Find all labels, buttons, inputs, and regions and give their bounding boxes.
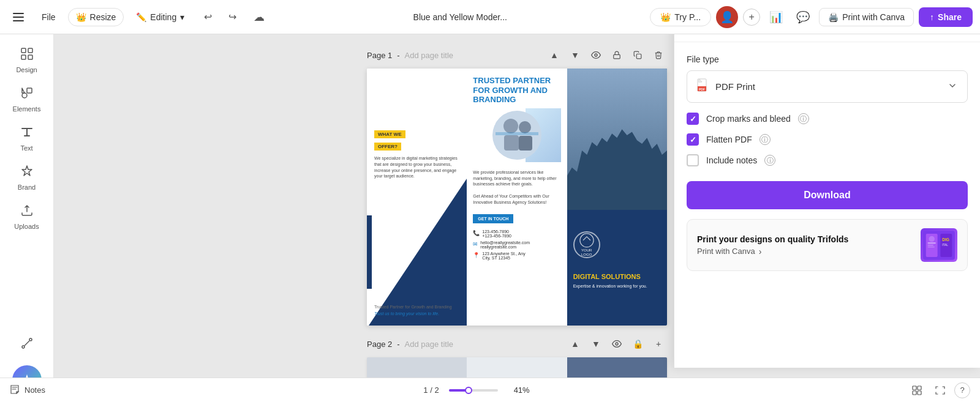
undo-redo-group: ↩ ↪ <box>197 6 243 28</box>
help-button[interactable]: ? <box>954 382 970 398</box>
notes-icon <box>10 384 20 396</box>
editing-button[interactable]: ✏️ Editing ▾ <box>129 9 192 26</box>
comments-button[interactable]: 💬 <box>792 6 814 28</box>
file-type-select-left: PDF PDF Print <box>697 78 755 95</box>
page-duplicate-button[interactable] <box>629 47 646 64</box>
page-2-controls: ▲ ▼ 🔒 + <box>567 335 667 352</box>
option-include-notes[interactable]: Include notes ⓘ <box>687 154 968 166</box>
file-type-label: File type <box>687 54 968 64</box>
page2-hide-button[interactable] <box>608 335 625 352</box>
svg-rect-32 <box>918 386 921 390</box>
navbar: File 👑 Resize ✏️ Editing ▾ ↩ ↪ ☁ 👑 Try P… <box>0 0 980 34</box>
crop-marks-checkbox[interactable] <box>687 113 699 125</box>
page-lock-button[interactable] <box>608 47 625 64</box>
file-type-select[interactable]: PDF PDF Print <box>687 70 968 103</box>
cloud-save-button[interactable]: ☁ <box>248 6 270 28</box>
svg-text:ITAL: ITAL <box>942 243 948 246</box>
fit-view-button[interactable] <box>931 381 949 400</box>
page-hide-button[interactable] <box>587 47 605 64</box>
panel-left-content: WHAT WE OFFER? We specialize in digital … <box>367 69 467 326</box>
panel-middle: TRUSTED PARTNER FOR GROWTH AND BRANDING <box>467 69 567 326</box>
bottom-right: ? <box>908 381 970 400</box>
hamburger-menu[interactable] <box>7 6 29 28</box>
sidebar-item-text[interactable]: Text <box>5 120 49 157</box>
share-icon: ↑ <box>930 12 934 22</box>
document-title[interactable] <box>380 12 540 22</box>
sidebar-item-connect[interactable] <box>5 331 49 358</box>
svg-point-28 <box>929 236 934 241</box>
zoom-slider[interactable] <box>449 389 498 392</box>
page-1-controls: ▲ ▼ <box>546 47 667 64</box>
download-panel: ‹ Download File type PDF PDF P <box>674 0 980 368</box>
sidebar-item-elements[interactable]: Elements <box>5 81 49 117</box>
mid-body: We provide professional services like ma… <box>467 165 567 210</box>
connect-icon <box>20 336 34 353</box>
svg-point-8 <box>595 54 597 56</box>
download-button[interactable]: Download <box>687 181 968 209</box>
resize-button[interactable]: 👑 Resize <box>68 8 124 26</box>
page2-down-button[interactable]: ▼ <box>587 335 605 352</box>
notes-label[interactable]: Notes <box>24 385 45 395</box>
download-body: File type PDF PDF Print <box>674 42 980 368</box>
page-2-add-title[interactable]: Add page title <box>405 340 454 349</box>
svg-point-4 <box>22 93 27 98</box>
page-1-add-title[interactable]: Add page title <box>405 51 454 60</box>
try-premium-button[interactable]: 👑 Try P... <box>650 8 711 26</box>
uploads-icon <box>20 203 34 220</box>
user-avatar[interactable]: 👤 <box>716 6 738 28</box>
page2-duplicate-button[interactable]: + <box>650 335 667 352</box>
page2-lock-button[interactable]: 🔒 <box>629 335 646 352</box>
undo-button[interactable]: ↩ <box>197 6 219 28</box>
panel-right: YOUR LOGO DIGITAL SOLUTIONS Expertise & … <box>567 69 667 326</box>
analytics-button[interactable]: 📊 <box>765 6 787 28</box>
pencil-icon: ✏️ <box>136 12 146 22</box>
flatten-pdf-info-icon[interactable]: ⓘ <box>760 134 771 145</box>
print-canva-text: Print your designs on quality Trifolds P… <box>697 234 913 256</box>
share-button[interactable]: ↑ Share <box>919 7 973 27</box>
print-canva-title: Print your designs on quality Trifolds <box>697 234 913 244</box>
pdf-file-icon: PDF <box>697 78 709 95</box>
include-notes-checkbox[interactable] <box>687 154 699 166</box>
add-collaborator-button[interactable]: + <box>743 9 760 26</box>
svg-rect-2 <box>21 55 26 59</box>
page2-up-button[interactable]: ▲ <box>567 335 584 352</box>
email-icon: ✉ <box>473 241 478 247</box>
svg-rect-13 <box>504 135 519 151</box>
svg-point-7 <box>29 338 32 341</box>
sidebar-label-brand: Brand <box>18 184 36 191</box>
sidebar-item-brand[interactable]: Brand <box>5 159 49 196</box>
svg-point-6 <box>22 346 24 348</box>
select-chevron-icon <box>948 81 957 92</box>
panel-right-content: YOUR LOGO DIGITAL SOLUTIONS Expertise & … <box>567 69 667 326</box>
option-flatten-pdf[interactable]: Flatten PDF ⓘ <box>687 133 968 146</box>
sidebar-item-design[interactable]: Design <box>5 42 49 78</box>
file-menu[interactable]: File <box>34 9 63 26</box>
digital-title: DIGITAL SOLUTIONS <box>573 273 661 281</box>
panel-left-footer: Trusted Partner for Growth and Branding … <box>374 305 459 316</box>
print-with-canva-button[interactable]: 🖨️ Print with Canva <box>819 8 914 26</box>
options-list: Crop marks and bleed ⓘ Flatten PDF ⓘ Inc… <box>687 113 968 166</box>
zoom-track[interactable] <box>449 389 498 392</box>
crop-marks-label: Crop marks and bleed <box>706 114 791 124</box>
sidebar-item-uploads[interactable]: Uploads <box>5 198 49 235</box>
design-canvas[interactable]: WHAT WE OFFER? We specialize in digital … <box>367 69 667 326</box>
page-delete-button[interactable] <box>650 47 667 64</box>
page-down-button[interactable]: ▼ <box>567 47 584 64</box>
svg-point-14 <box>519 121 531 133</box>
text-icon <box>20 125 34 142</box>
page-total: 2 <box>434 385 439 395</box>
zoom-percent: 41% <box>508 385 530 395</box>
include-notes-info-icon[interactable]: ⓘ <box>764 155 775 166</box>
page-up-button[interactable]: ▲ <box>546 47 563 64</box>
crop-marks-info-icon[interactable]: ⓘ <box>798 113 809 124</box>
svg-rect-33 <box>913 391 916 395</box>
option-crop-marks[interactable]: Crop marks and bleed ⓘ <box>687 113 968 125</box>
trust-text: Trusted Partner for Growth and Branding <box>374 305 459 309</box>
bottom-bar: Notes 1 / 2 41% ? <box>0 378 980 402</box>
flatten-pdf-checkbox[interactable] <box>687 133 699 146</box>
zoom-thumb[interactable] <box>465 387 472 394</box>
print-with-canva-card[interactable]: Print your designs on quality Trifolds P… <box>687 219 968 271</box>
redo-button[interactable]: ↪ <box>221 6 243 28</box>
grid-view-button[interactable] <box>908 381 926 400</box>
svg-rect-27 <box>928 246 935 247</box>
